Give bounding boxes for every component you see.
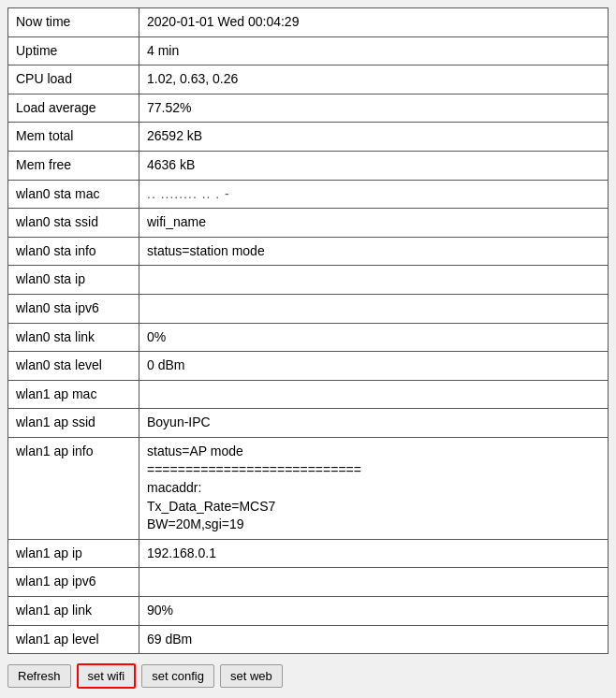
row-label: CPU load [8,65,139,95]
row-label: wlan1 ap level [8,625,139,654]
table-row: Uptime4 min [8,36,609,65]
row-value: status=AP mode==========================… [139,437,609,539]
row-value: 2020-01-01 Wed 00:04:29 [139,8,609,37]
row-label: wlan0 sta info [8,237,139,266]
row-label: wlan0 sta level [8,352,139,381]
info-table: Now time2020-01-01 Wed 00:04:29Uptime4 m… [7,7,609,654]
row-value [139,568,609,597]
row-value: 77.52% [139,94,609,123]
row-value: 90% [139,597,609,626]
set-wifi-button[interactable]: set wifi [77,663,137,689]
row-label: Load average [8,94,139,123]
table-row: wlan0 sta infostatus=station mode [8,237,609,266]
table-row: wlan0 sta ipv6 [8,294,609,323]
row-value: 1.02, 0.63, 0.26 [139,65,609,95]
row-label: wlan1 ap link [8,597,139,626]
row-value [139,380,609,409]
row-value: 192.168.0.1 [139,539,609,568]
button-row: Refreshset wifiset configset web [7,663,283,689]
row-value: 4 min [139,36,609,65]
table-row: wlan1 ap ip192.168.0.1 [8,539,609,568]
row-value: .. ........ .. . - [139,180,609,209]
table-row: wlan0 sta ssidwifi_name [8,209,609,238]
row-value: 26592 kB [139,123,609,152]
row-value: wifi_name [139,209,609,238]
row-label: wlan1 ap ip [8,539,139,568]
table-row: Now time2020-01-01 Wed 00:04:29 [8,8,609,37]
table-row: CPU load1.02, 0.63, 0.26 [8,65,609,95]
row-value: 0 dBm [139,352,609,381]
table-row: wlan1 ap ssidBoyun-IPC [8,409,609,438]
table-row: Load average77.52% [8,94,609,123]
row-label: wlan0 sta ipv6 [8,294,139,323]
table-row: wlan1 ap ipv6 [8,568,609,597]
row-label: Mem total [8,123,139,152]
row-label: wlan0 sta mac [8,180,139,209]
row-value: 0% [139,323,609,352]
row-label: wlan1 ap info [8,437,139,539]
row-label: Now time [8,8,139,37]
table-row: Mem total26592 kB [8,123,609,152]
row-value: 69 dBm [139,625,609,654]
table-row: wlan1 ap infostatus=AP mode=============… [8,437,609,539]
set-web-button[interactable]: set web [220,664,283,688]
row-label: wlan0 sta ssid [8,209,139,238]
table-row: wlan0 sta level0 dBm [8,352,609,381]
table-row: wlan1 ap level69 dBm [8,625,609,654]
row-label: wlan1 ap ipv6 [8,568,139,597]
row-label: wlan1 ap ssid [8,409,139,438]
row-value [139,266,609,295]
row-value: Boyun-IPC [139,409,609,438]
table-row: wlan0 sta mac.. ........ .. . - [8,180,609,209]
row-label: wlan0 sta link [8,323,139,352]
row-label: wlan0 sta ip [8,266,139,295]
row-value [139,294,609,323]
table-row: wlan1 ap mac [8,380,609,409]
row-value: status=station mode [139,237,609,266]
table-row: wlan1 ap link90% [8,597,609,626]
row-label: Uptime [8,36,139,65]
table-row: Mem free4636 kB [8,151,609,180]
row-label: Mem free [8,151,139,180]
table-row: wlan0 sta link0% [8,323,609,352]
row-value: 4636 kB [139,151,609,180]
set-config-button[interactable]: set config [141,664,214,688]
row-label: wlan1 ap mac [8,380,139,409]
refresh-button[interactable]: Refresh [7,664,71,688]
table-row: wlan0 sta ip [8,266,609,295]
